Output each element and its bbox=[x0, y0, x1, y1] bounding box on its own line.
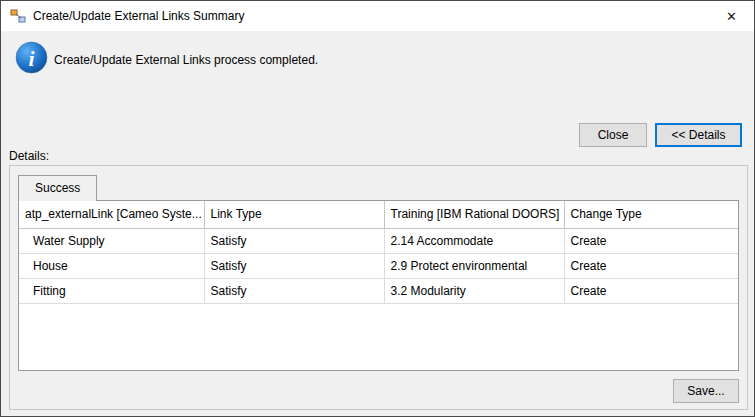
cell-target: 3.2 Modularity bbox=[384, 278, 564, 303]
tab-success-label: Success bbox=[35, 181, 80, 195]
column-header-link-type[interactable]: Link Type bbox=[204, 201, 384, 228]
cell-link-type: Satisfy bbox=[204, 228, 384, 253]
save-button-label: Save... bbox=[687, 384, 724, 398]
table-row[interactable]: Water Supply Satisfy 2.14 Accommodate Cr… bbox=[19, 228, 738, 253]
column-header-change-type[interactable]: Change Type bbox=[564, 201, 738, 228]
status-message: Create/Update External Links process com… bbox=[54, 53, 318, 67]
close-icon: ✕ bbox=[726, 9, 737, 24]
save-button[interactable]: Save... bbox=[673, 379, 739, 403]
links-table-container: atp_externalLink [Cameo Syste... Link Ty… bbox=[18, 200, 739, 371]
cell-link-type: Satisfy bbox=[204, 278, 384, 303]
cell-target: 2.9 Protect environmental bbox=[384, 253, 564, 278]
table-header-row: atp_externalLink [Cameo Syste... Link Ty… bbox=[19, 201, 738, 228]
cell-source: Water Supply bbox=[19, 228, 204, 253]
details-button-label: << Details bbox=[671, 128, 725, 142]
cell-change-type: Create bbox=[564, 278, 738, 303]
table-row[interactable]: House Satisfy 2.9 Protect environmental … bbox=[19, 253, 738, 278]
svg-text:i: i bbox=[28, 47, 34, 71]
column-header-source[interactable]: atp_externalLink [Cameo Syste... bbox=[19, 201, 204, 228]
close-button[interactable]: Close bbox=[579, 123, 647, 147]
close-button-label: Close bbox=[598, 128, 629, 142]
column-header-target[interactable]: Training [IBM Rational DOORS] bbox=[384, 201, 564, 228]
cell-change-type: Create bbox=[564, 228, 738, 253]
cell-source: Fitting bbox=[19, 278, 204, 303]
cell-source: House bbox=[19, 253, 204, 278]
titlebar[interactable]: Create/Update External Links Summary ✕ bbox=[1, 1, 754, 31]
details-panel: Success atp_externalLink [Cameo Syste...… bbox=[9, 165, 748, 410]
app-icon bbox=[10, 8, 26, 24]
dialog-create-update-external-links-summary: Create/Update External Links Summary ✕ i… bbox=[0, 0, 755, 417]
links-table: atp_externalLink [Cameo Syste... Link Ty… bbox=[19, 201, 738, 304]
cell-link-type: Satisfy bbox=[204, 253, 384, 278]
cell-target: 2.14 Accommodate bbox=[384, 228, 564, 253]
info-icon: i bbox=[15, 41, 48, 74]
details-label: Details: bbox=[9, 149, 49, 163]
tab-success[interactable]: Success bbox=[18, 175, 97, 201]
cell-change-type: Create bbox=[564, 253, 738, 278]
details-toggle-button[interactable]: << Details bbox=[655, 123, 742, 147]
table-row[interactable]: Fitting Satisfy 3.2 Modularity Create bbox=[19, 278, 738, 303]
window-title: Create/Update External Links Summary bbox=[33, 9, 244, 23]
close-window-button[interactable]: ✕ bbox=[709, 1, 754, 31]
